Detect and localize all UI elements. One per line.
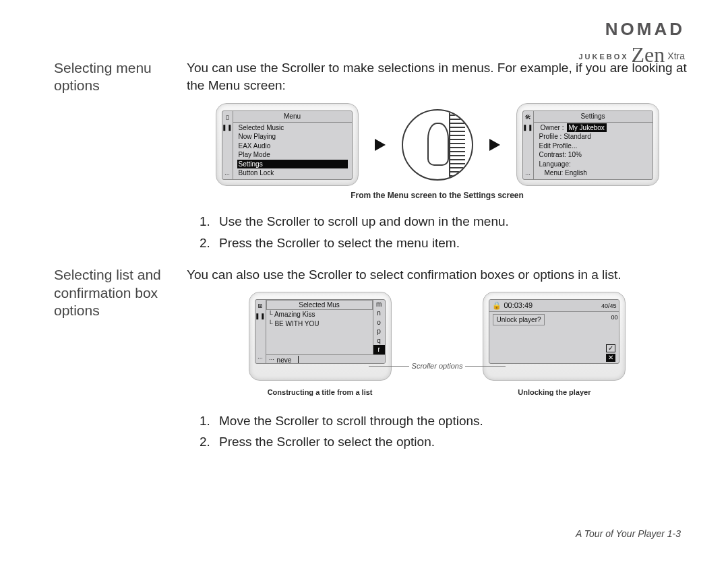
confirm-no-x-icon: ✕ (606, 354, 615, 362)
product-logo: NOMAD JUKEBOX ZenXtra (578, 19, 685, 65)
letter-picker: m n o p q r (373, 300, 385, 354)
section1-steps: Use the Scroller to scroll up and down i… (187, 213, 688, 251)
page-footer: A Tour of Your Player 1-3 (576, 528, 681, 539)
scroller-options-label: Scroller options (412, 361, 463, 371)
unlock-prompt: Unlock player? (493, 314, 544, 326)
step: Press the Scroller to select the menu it… (214, 234, 688, 252)
logo-line2: JUKEBOX (578, 53, 628, 61)
section2-steps: Move the Scroller to scroll through the … (187, 412, 688, 451)
settings-contrast: Contrast: 10% (538, 150, 648, 160)
logo-xtra: Xtra (667, 51, 685, 61)
menu-item-selected: Settings (237, 160, 348, 169)
lock-icon: 🔒 (492, 301, 502, 311)
settings-owner-row: Owner : My Jukebox (538, 123, 648, 133)
confirm-yes-check-icon: ✓ (606, 344, 615, 352)
menu-item: Selected Music (237, 123, 348, 133)
settings-screen-title: Settings (534, 111, 653, 123)
list-screen-title: Selected Mus (266, 300, 373, 311)
counter-tail: 00 (606, 313, 617, 321)
step: Move the Scroller to scroll through the … (214, 412, 688, 430)
song-item: └ Amazing Kiss (268, 310, 371, 319)
device-unlock-screen: 🔒 00:03:49 40/45 Unlock player? (483, 292, 626, 381)
arrow-right-icon (375, 139, 386, 151)
menu-screen-title: Menu (233, 111, 352, 123)
arrow-right-icon (489, 139, 500, 151)
step: Use the Scroller to scroll up and down i… (214, 213, 688, 230)
pause-icon: ❚❚ (522, 123, 533, 132)
entry-text: neve (277, 356, 292, 364)
owner-label: Owner : (541, 123, 564, 133)
dots-icon: ⋯ (525, 170, 530, 179)
figure2-right-caption: Unlocking the player (518, 387, 590, 398)
status-icon-column: 🗎 ❚❚ ⋯ (255, 300, 266, 363)
playback-time: 00:03:49 (504, 301, 533, 311)
settings-profile: Profile : Standard (538, 132, 648, 142)
figure2-left-caption: Constructing a title from a list (268, 387, 373, 398)
scroller-illustration (402, 109, 473, 181)
settings-edit-profile: Edit Profile... (538, 142, 648, 151)
device-settings-screen: 🛠 ❚❚ ⋯ Settings Owner : My Jukebox Prof (516, 103, 659, 186)
device-list-screen: 🗎 ❚❚ ⋯ Selected Mus └ Amazing Kiss (249, 292, 392, 381)
menu-list: Selected Music Now Playing EAX Audio Pla… (233, 123, 352, 179)
owner-value-selected: My Jukebox (567, 123, 607, 133)
letter-option: q (373, 336, 385, 346)
menu-item: Play Mode (237, 150, 348, 160)
settings-language-value: Menu: English (538, 168, 648, 178)
letter-option: o (373, 318, 385, 327)
status-icon-column: 🛠 ❚❚ ⋯ (523, 111, 534, 179)
menu-item: EAX Audio (237, 142, 348, 151)
pause-icon: ❚❚ (255, 311, 266, 321)
track-counter: 40/45 (601, 303, 617, 309)
logo-line1: NOMAD (578, 19, 685, 40)
figure-menu-to-settings: ▯ ❚❚ ⋯ Menu Selected Music Now Playing E… (187, 103, 688, 186)
letter-option: n (373, 309, 385, 318)
doc-icon: 🗎 (257, 301, 264, 311)
battery-icon: ▯ (226, 113, 229, 122)
settings-language-label: Language: (538, 160, 648, 169)
section2-heading: Selecting list and confirmation box opti… (54, 266, 172, 458)
section-selecting-list-confirm: Selecting list and confirmation box opti… (54, 266, 688, 458)
logo-zen: Zen (632, 42, 665, 67)
section1-heading: Selecting menu options (54, 59, 172, 258)
status-icon-column: ▯ ❚❚ ⋯ (222, 111, 233, 179)
song-item: └ BE WITH YOU (268, 319, 371, 329)
text-entry-field: ⋯ neve_ (266, 354, 385, 364)
figure1-caption: From the Menu screen to the Settings scr… (187, 190, 688, 201)
dots-icon: ⋯ (224, 170, 230, 179)
step: Press the Scroller to select the option. (214, 433, 688, 451)
menu-item: Button Lock (237, 168, 348, 178)
section2-intro: You can also use the Scroller to select … (187, 266, 688, 284)
device-menu-screen: ▯ ❚❚ ⋯ Menu Selected Music Now Playing E… (216, 103, 359, 186)
letter-option-selected: r (373, 345, 385, 354)
pause-icon: ❚❚ (222, 123, 233, 132)
letter-option: p (373, 327, 385, 336)
section-selecting-menu-options: Selecting menu options You can use the S… (54, 59, 688, 258)
dots-icon: ⋯ (257, 354, 263, 363)
menu-item: Now Playing (237, 132, 348, 142)
letter-option: m (373, 300, 385, 309)
wrench-icon: 🛠 (525, 113, 531, 122)
dots-icon: ⋯ (269, 356, 274, 364)
figure-list-and-unlock: 🗎 ❚❚ ⋯ Selected Mus └ Amazing Kiss (187, 292, 688, 410)
